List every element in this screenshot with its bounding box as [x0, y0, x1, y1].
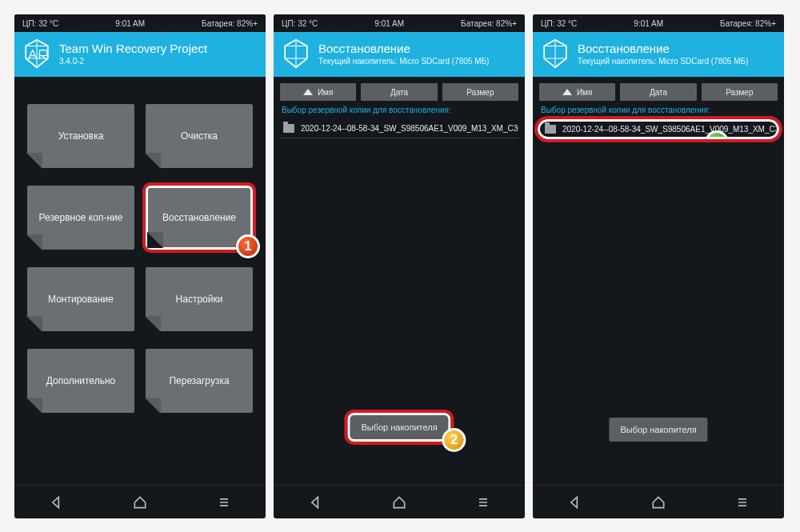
home-icon[interactable] — [132, 494, 148, 510]
navbar — [274, 485, 525, 518]
navbar — [14, 485, 266, 518]
menu-icon[interactable] — [734, 494, 750, 510]
settings-tile[interactable]: Настройки — [146, 267, 253, 331]
statusbar: ЦП: 32 °C 9:01 AM Батарея: 82%+ — [14, 14, 266, 32]
page-title: Восстановление — [318, 42, 489, 55]
folder-icon — [283, 124, 294, 133]
navbar — [533, 485, 784, 518]
screen-restore-list: ЦП: 32 °C 9:01 AM Батарея: 82%+ Восстано… — [274, 14, 525, 518]
sort-name-button[interactable]: Имя — [280, 83, 356, 101]
home-icon[interactable] — [650, 494, 666, 510]
home-icon[interactable] — [391, 494, 407, 510]
status-cpu: ЦП: 32 °C — [22, 19, 58, 28]
triangle-up-icon — [562, 89, 572, 95]
menu-icon[interactable] — [475, 494, 491, 510]
sort-date-button[interactable]: Дата — [361, 83, 437, 101]
back-icon[interactable] — [566, 494, 582, 510]
install-tile[interactable]: Установка — [27, 104, 134, 168]
twrp-logo-icon — [22, 38, 51, 69]
header: Team Win Recovery Project 3.4.0-2 — [14, 32, 266, 77]
sort-name-button[interactable]: Имя — [539, 83, 615, 101]
sort-size-button[interactable]: Размер — [442, 83, 518, 101]
header: Восстановление Текущий накопитель: Micro… — [274, 32, 525, 77]
backup-list-item[interactable]: 2020-12-24--08-58-34_SW_S98506AE1_V009_M… — [280, 119, 518, 138]
select-storage-button[interactable]: Выбор накопителя 2 — [347, 413, 450, 442]
sort-date-button[interactable]: Дата — [620, 83, 696, 101]
screen-main: ЦП: 32 °C 9:01 AM Батарея: 82%+ Team Win… — [14, 14, 266, 518]
twrp-logo-icon — [282, 38, 310, 69]
restore-tile[interactable]: Восстановление 1 — [146, 186, 253, 250]
advanced-tile[interactable]: Дополнительно — [27, 349, 134, 413]
status-battery: Батарея: 82%+ — [202, 19, 258, 28]
back-icon[interactable] — [307, 494, 323, 510]
reboot-tile[interactable]: Перезагрузка — [146, 349, 253, 413]
sort-size-button[interactable]: Размер — [702, 83, 778, 101]
step-badge-1: 1 — [236, 234, 260, 258]
list-caption: Выбор резервной копии для восстановления… — [274, 104, 525, 119]
screen-restore-select: ЦП: 32 °C 9:01 AM Батарея: 82%+ Восстано… — [533, 14, 784, 518]
storage-label: Текущий накопитель: Micro SDCard (7805 М… — [318, 57, 489, 66]
triangle-up-icon — [303, 89, 313, 95]
storage-label: Текущий накопитель: Micro SDCard (7805 М… — [578, 57, 748, 66]
page-title: Восстановление — [578, 42, 748, 55]
menu-icon[interactable] — [216, 494, 232, 510]
step-badge-2: 2 — [442, 428, 466, 452]
app-title: Team Win Recovery Project — [59, 42, 207, 55]
app-version: 3.4.0-2 — [59, 57, 207, 66]
backup-tile[interactable]: Резервное коп-ние — [27, 186, 134, 250]
status-time: 9:01 AM — [115, 19, 145, 28]
twrp-logo-icon — [541, 38, 570, 69]
folder-icon — [545, 125, 556, 134]
back-icon[interactable] — [48, 494, 64, 510]
select-storage-button[interactable]: Выбор накопителя — [609, 418, 707, 442]
wipe-tile[interactable]: Очистка — [146, 104, 253, 168]
statusbar: ЦП: 32 °C 9:01 AM Батарея: 82%+ — [533, 14, 784, 32]
mount-tile[interactable]: Монтирование — [27, 267, 134, 331]
header: Восстановление Текущий накопитель: Micro… — [533, 32, 784, 77]
statusbar: ЦП: 32 °C 9:01 AM Батарея: 82%+ — [274, 14, 525, 32]
list-caption: Выбор резервной копии для восстановления… — [533, 104, 784, 119]
backup-list-item-selected[interactable]: 2020-12-24--08-58-34_SW_S98506AE1_V009_M… — [538, 119, 779, 139]
